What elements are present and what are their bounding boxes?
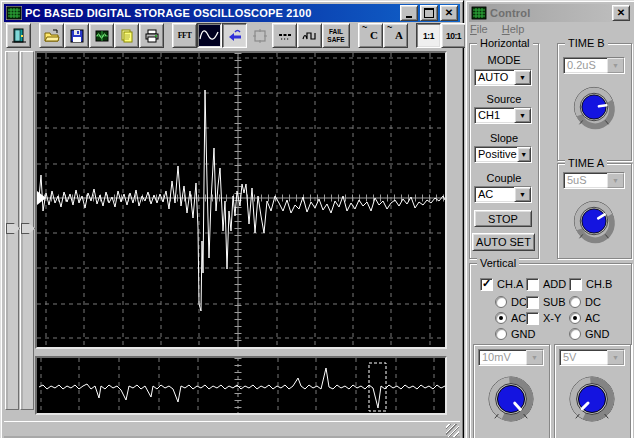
copy-button[interactable] (114, 23, 139, 48)
ch-b-checkbox-label: CH.B (586, 278, 612, 291)
chevron-down-icon: ▼ (607, 350, 624, 365)
ch-a-dc-radio[interactable] (495, 296, 507, 308)
time-a-dropdown[interactable]: 5uS ▼ (563, 172, 625, 189)
ch-b-range-dropdown[interactable]: 5V ▼ (559, 349, 625, 366)
ch-b-gain-knob[interactable] (564, 371, 620, 427)
fail-safe-button[interactable]: FAIL SAFE (322, 23, 350, 48)
control-menubar: File Help (470, 23, 631, 38)
ch-b-range-value: 5V (560, 351, 607, 364)
main-window: PC BASED DIGITAL STORAGE OSCILLOSCOPE 21… (0, 0, 464, 438)
ratio-10-1-button[interactable]: 10:1 (441, 23, 466, 48)
chevron-down-icon[interactable]: ▼ (514, 108, 531, 123)
exit-button[interactable] (6, 23, 31, 48)
maximize-icon (424, 8, 434, 18)
x-y-checkbox-label: X-Y (543, 312, 561, 325)
control-close-button[interactable]: ✕ (612, 5, 630, 21)
control-window-title: Control (490, 7, 609, 19)
control-titlebar[interactable]: Control ✕ (469, 4, 632, 22)
time-b-dropdown[interactable]: 0.2uS ▼ (563, 57, 625, 74)
close-icon: ✕ (617, 8, 625, 18)
wave-tilde-icon: ~ (362, 22, 367, 32)
ch-b-gnd-label: GND (585, 328, 609, 341)
stop-button[interactable]: STOP (474, 210, 532, 227)
square-wave-button[interactable] (297, 23, 322, 48)
slope-dropdown[interactable]: Positive ▼ (474, 146, 532, 163)
menu-help[interactable]: Help (502, 23, 525, 38)
maximize-button[interactable] (420, 5, 438, 21)
fft-label: FFT (178, 31, 192, 40)
chevron-down-icon: ▼ (526, 350, 543, 365)
chevron-down-icon[interactable]: ▼ (514, 70, 531, 85)
sweep-arrow-button[interactable] (222, 23, 247, 48)
overview-scope-screen (35, 356, 447, 415)
main-window-title: PC BASED DIGITAL STORAGE OSCILLOSCOPE 21… (25, 7, 397, 19)
ch-a-gain-knob[interactable] (483, 371, 539, 427)
display-trace-button[interactable] (197, 23, 222, 48)
resize-grip-icon[interactable] (446, 424, 459, 437)
horizontal-group-label: Horizontal (477, 37, 533, 49)
main-scope-screen (35, 51, 447, 349)
cal-a-button[interactable]: ~ A (383, 23, 408, 48)
dotted-trace-button[interactable] (272, 23, 297, 48)
time-a-knob[interactable] (569, 196, 619, 246)
ch-a-checkbox[interactable]: ✓ (480, 278, 493, 291)
close-button[interactable]: ✕ (440, 5, 458, 21)
sub-checkbox-label: SUB (543, 296, 566, 309)
x-y-checkbox[interactable]: ✓ (526, 312, 539, 325)
vertical-group-label: Vertical (477, 257, 519, 269)
source-value: CH1 (475, 109, 514, 122)
graticule-button[interactable] (247, 23, 272, 48)
minimize-button[interactable] (400, 5, 418, 21)
ch-b-dc-radio[interactable] (569, 296, 581, 308)
blue-wave-arrow-icon (227, 28, 243, 44)
cal-c-button[interactable]: ~ C (358, 23, 383, 48)
slope-value: Positive (475, 148, 517, 161)
ch-a-range-dropdown[interactable]: 10mV ▼ (478, 349, 544, 366)
printer-icon (144, 28, 160, 44)
add-checkbox[interactable]: ✓ (526, 278, 539, 291)
open-button[interactable] (39, 23, 64, 48)
ch-b-checkbox[interactable]: ✓ (569, 278, 582, 291)
vertical-group: Vertical ✓ CH.A ✓ ADD ✓ CH.B DC ✓ SUB DC… (469, 263, 632, 438)
ch-a-gnd-radio[interactable] (495, 328, 507, 340)
ratio-1-1-button[interactable]: 1:1 (416, 23, 441, 48)
save-button[interactable] (64, 23, 89, 48)
time-a-group-label: TIME A (565, 157, 607, 169)
auto-set-button-label: AUTO SET (476, 236, 531, 248)
menu-file[interactable]: File (470, 23, 488, 38)
cal-c-label: C (370, 29, 378, 41)
couple-dropdown[interactable]: AC ▼ (474, 186, 532, 203)
ch-a-ac-radio[interactable] (495, 312, 507, 324)
time-b-value: 0.2uS (564, 59, 607, 72)
notes-icon (119, 28, 135, 44)
mode-dropdown[interactable]: AUTO ▼ (474, 69, 532, 86)
sine-to-square-icon (302, 28, 318, 44)
ch-b-ac-radio[interactable] (569, 312, 581, 324)
main-titlebar[interactable]: PC BASED DIGITAL STORAGE OSCILLOSCOPE 21… (4, 4, 460, 22)
chevron-down-icon: ▼ (607, 58, 624, 73)
app-icon (471, 6, 487, 20)
slope-label: Slope (470, 132, 538, 145)
app-icon (6, 6, 22, 20)
ch-a-range-value: 10mV (479, 351, 526, 364)
ch-a-gnd-label: GND (511, 328, 535, 341)
chevron-down-icon: ▼ (607, 173, 624, 188)
fft-button[interactable]: FFT (172, 23, 197, 48)
fail-safe-line2: SAFE (327, 36, 344, 43)
print-button[interactable] (139, 23, 164, 48)
overview-trace-display[interactable] (37, 358, 445, 413)
chevron-down-icon[interactable]: ▼ (517, 147, 531, 162)
open-folder-icon (44, 28, 60, 44)
minimize-icon (406, 16, 412, 18)
stop-button-label: STOP (488, 213, 518, 225)
auto-set-button[interactable]: AUTO SET (472, 233, 535, 251)
sub-checkbox[interactable]: ✓ (526, 296, 539, 309)
capture-screen-button[interactable] (89, 23, 114, 48)
couple-value: AC (475, 188, 514, 201)
chevron-down-icon[interactable]: ▼ (514, 187, 531, 202)
source-dropdown[interactable]: CH1 ▼ (474, 107, 532, 124)
fail-safe-line1: FAIL (329, 28, 343, 35)
add-checkbox-label: ADD (543, 278, 566, 291)
time-b-knob[interactable] (569, 82, 619, 132)
ch-b-gnd-radio[interactable] (569, 328, 581, 340)
